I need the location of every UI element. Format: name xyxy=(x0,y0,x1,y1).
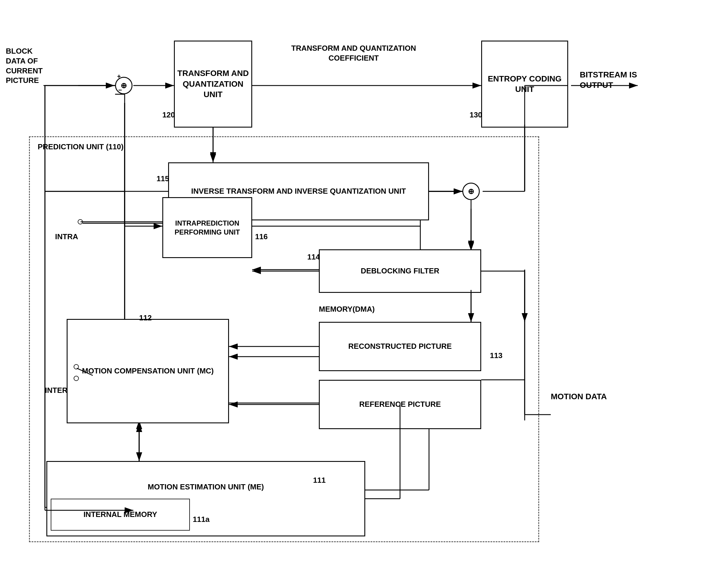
prediction-unit-label: PREDICTION UNIT (110) xyxy=(38,142,124,152)
intraprediction-box: INTRAPREDICTION PERFORMING UNIT xyxy=(162,197,252,258)
internal-memory-box: INTERNAL MEMORY xyxy=(51,499,190,531)
motion-comp-label: MOTION COMPENSATION UNIT (MC) xyxy=(82,366,214,376)
id-115: 115 xyxy=(157,174,169,184)
minus-sign: − xyxy=(118,86,122,95)
reference-box: REFERENCE PICTURE xyxy=(319,380,481,429)
intra-switch-circle xyxy=(78,219,83,224)
id-114: 114 xyxy=(307,252,320,262)
id-111a: 111a xyxy=(193,515,210,524)
id-130: 130 xyxy=(470,110,482,120)
entropy-coding-box: ENTROPY CODING UNIT xyxy=(481,41,568,128)
tq-coeff-label: TRANSFORM AND QUANTIZATION COEFFICIENT xyxy=(267,43,441,63)
svg-line-37 xyxy=(77,368,93,375)
sum-junction-2: ⊕ xyxy=(462,183,480,200)
intraprediction-label: INTRAPREDICTION PERFORMING UNIT xyxy=(163,219,251,237)
id-116: 116 xyxy=(255,232,268,242)
reconstructed-label: RECONSTRUCTED PICTURE xyxy=(348,341,452,351)
entropy-coding-label: ENTROPY CODING UNIT xyxy=(482,74,567,95)
memory-dma-label: MEMORY(DMA) xyxy=(319,304,375,314)
id-112: 112 xyxy=(139,313,152,323)
transform-quant-label: TRANSFORM AND QUANTIZATION UNIT xyxy=(175,68,251,100)
internal-memory-label: INTERNAL MEMORY xyxy=(83,510,157,520)
motion-est-label: MOTION ESTIMATION UNIT (ME) xyxy=(147,482,264,492)
reconstructed-box: RECONSTRUCTED PICTURE xyxy=(319,322,481,371)
intra-label: INTRA xyxy=(55,232,78,242)
id-113: 113 xyxy=(490,351,502,361)
deblocking-box: DEBLOCKING FILTER xyxy=(319,249,481,293)
motion-data-label: MOTION DATA xyxy=(551,391,607,402)
deblocking-label: DEBLOCKING FILTER xyxy=(361,266,439,276)
inverse-transform-label: INVERSE TRANSFORM AND INVERSE QUANTIZATI… xyxy=(191,187,406,196)
block-data-label: BLOCK DATA OF CURRENT PICTURE xyxy=(6,46,46,86)
reference-label: REFERENCE PICTURE xyxy=(359,399,441,410)
diagram: BLOCK DATA OF CURRENT PICTURE ⊕ + − TRAN… xyxy=(0,0,707,588)
bitstream-label: BITSTREAM IS OUTPUT xyxy=(580,70,652,91)
id-120: 120 xyxy=(162,110,175,120)
inter-switch-line xyxy=(75,365,99,380)
transform-quant-box: TRANSFORM AND QUANTIZATION UNIT xyxy=(174,41,252,128)
plus-sign: + xyxy=(117,72,121,81)
id-111: 111 xyxy=(313,476,326,485)
inter-label: INTER xyxy=(45,386,68,395)
